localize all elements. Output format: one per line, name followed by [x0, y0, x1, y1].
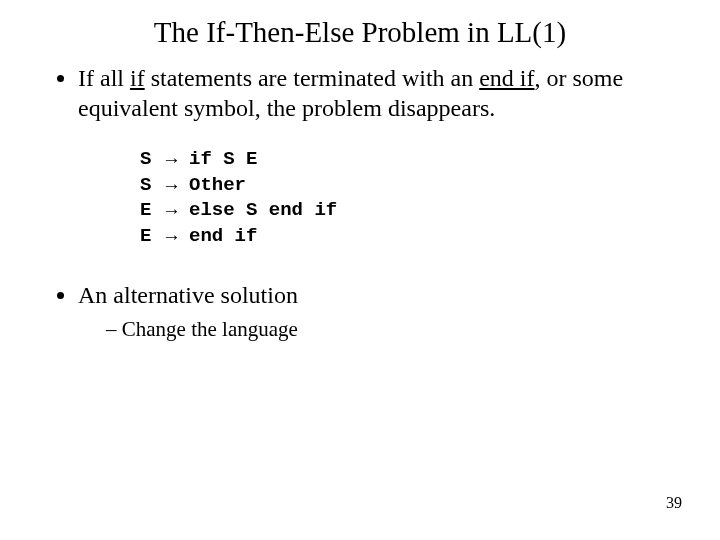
- bullet-list: If all if statements are terminated with…: [50, 63, 670, 123]
- grammar-row: S → Other: [140, 173, 670, 199]
- arrow-icon: →: [162, 198, 181, 224]
- sub-bullet-item: Change the language: [106, 316, 670, 342]
- underlined-keyword-if: if: [130, 65, 145, 91]
- underlined-keyword-endif: end if: [479, 65, 534, 91]
- slide-content: If all if statements are terminated with…: [0, 49, 720, 342]
- grammar-block: S → if S E S → Other E → else S end if E…: [140, 147, 670, 250]
- text-fragment: If all: [78, 65, 130, 91]
- arrow-icon: →: [162, 173, 181, 199]
- slide: The If-Then-Else Problem in LL(1) If all…: [0, 0, 720, 540]
- bullet-item-1: If all if statements are terminated with…: [78, 63, 670, 123]
- grammar-rhs: end if: [189, 224, 257, 250]
- grammar-lhs: E: [140, 198, 156, 224]
- grammar-lhs: E: [140, 224, 156, 250]
- grammar-lhs: S: [140, 173, 156, 199]
- text-fragment: statements are terminated with an: [145, 65, 480, 91]
- arrow-icon: →: [162, 147, 181, 173]
- page-number: 39: [666, 494, 682, 512]
- grammar-rhs: Other: [189, 173, 246, 199]
- sub-bullet-list: Change the language: [78, 316, 670, 342]
- grammar-rhs: else S end if: [189, 198, 337, 224]
- grammar-row: E → else S end if: [140, 198, 670, 224]
- bullet-item-2: An alternative solution Change the langu…: [78, 280, 670, 342]
- grammar-row: S → if S E: [140, 147, 670, 173]
- sub-bullet-text: Change the language: [122, 317, 298, 341]
- grammar-row: E → end if: [140, 224, 670, 250]
- grammar-lhs: S: [140, 147, 156, 173]
- bullet-text: An alternative solution: [78, 282, 298, 308]
- grammar-rhs: if S E: [189, 147, 257, 173]
- slide-title: The If-Then-Else Problem in LL(1): [0, 0, 720, 49]
- bullet-list: An alternative solution Change the langu…: [50, 280, 670, 342]
- arrow-icon: →: [162, 224, 181, 250]
